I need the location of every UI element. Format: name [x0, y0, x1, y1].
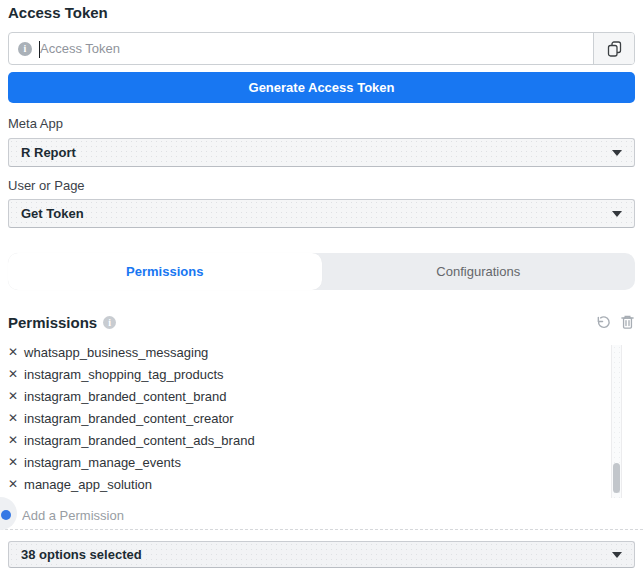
trash-icon: [620, 314, 635, 330]
permission-row: ✕ instagram_branded_content_creator: [8, 407, 601, 429]
permission-rows: ✕ whatsapp_business_messaging ✕ instagra…: [8, 341, 601, 495]
meta-app-selected-value: R Report: [21, 145, 76, 160]
tabbar: Permissions Configurations: [8, 253, 635, 290]
permission-row: ✕ instagram_branded_content_brand: [8, 385, 601, 407]
access-token-input-wrap: i: [9, 33, 593, 64]
access-token-input[interactable]: [32, 41, 593, 56]
remove-permission-icon[interactable]: ✕: [8, 346, 18, 358]
user-or-page-label: User or Page: [8, 178, 635, 194]
generate-access-token-button[interactable]: Generate Access Token: [8, 72, 635, 103]
cursor-dot: [1, 510, 11, 520]
caret-down-icon: [612, 211, 622, 217]
permission-row: ✕ instagram_manage_events: [8, 451, 601, 473]
permission-row: ✕ whatsapp_business_messaging: [8, 341, 601, 363]
permission-label: instagram_branded_content_ads_brand: [24, 433, 255, 448]
options-selected-summary: 38 options selected: [21, 547, 142, 562]
page-title: Access Token: [8, 4, 635, 21]
remove-permission-icon[interactable]: ✕: [8, 434, 18, 446]
remove-permission-icon[interactable]: ✕: [8, 390, 18, 402]
permission-label: instagram_branded_content_creator: [24, 411, 234, 426]
caret-down-icon: [612, 150, 622, 156]
meta-app-select[interactable]: R Report: [8, 138, 635, 167]
text-cursor: [39, 41, 40, 58]
permission-row: ✕ instagram_branded_content_ads_brand: [8, 429, 601, 451]
info-icon: i: [18, 42, 32, 56]
remove-permission-icon[interactable]: ✕: [8, 412, 18, 424]
remove-permission-icon[interactable]: ✕: [8, 478, 18, 490]
permissions-list: ✕ whatsapp_business_messaging ✕ instagra…: [8, 341, 635, 495]
add-permission-input[interactable]: [22, 508, 322, 523]
copy-token-button[interactable]: [593, 33, 634, 64]
permission-row: ✕ instagram_shopping_tag_products: [8, 363, 601, 385]
scrollbar-thumb[interactable]: [613, 463, 620, 493]
tab-permissions[interactable]: Permissions: [8, 253, 322, 290]
permission-label: instagram_manage_events: [24, 455, 181, 470]
tab-configurations[interactable]: Configurations: [322, 253, 636, 290]
permissions-section-title: Permissions: [8, 314, 97, 331]
copy-icon: [606, 40, 623, 58]
undo-icon: [596, 315, 611, 330]
permission-label: whatsapp_business_messaging: [24, 345, 208, 360]
permission-label: instagram_shopping_tag_products: [24, 367, 223, 382]
user-or-page-selected-value: Get Token: [21, 206, 84, 221]
remove-permission-icon[interactable]: ✕: [8, 456, 18, 468]
options-selected-dropdown[interactable]: 38 options selected: [8, 541, 635, 568]
permissions-header: Permissions i: [8, 311, 635, 333]
add-permission-row: [0, 501, 643, 530]
remove-permission-icon[interactable]: ✕: [8, 368, 18, 380]
undo-permissions-button[interactable]: [596, 315, 611, 330]
info-icon: i: [103, 316, 116, 329]
access-token-field: i: [8, 32, 635, 65]
user-or-page-select[interactable]: Get Token: [8, 199, 635, 228]
caret-down-icon: [612, 552, 622, 558]
meta-app-label: Meta App: [8, 116, 635, 132]
scrollbar-track[interactable]: [611, 345, 622, 498]
permission-row: ✕ manage_app_solution: [8, 473, 601, 495]
permission-label: manage_app_solution: [24, 477, 152, 492]
clear-permissions-button[interactable]: [620, 314, 635, 330]
permission-label: instagram_branded_content_brand: [24, 389, 226, 404]
